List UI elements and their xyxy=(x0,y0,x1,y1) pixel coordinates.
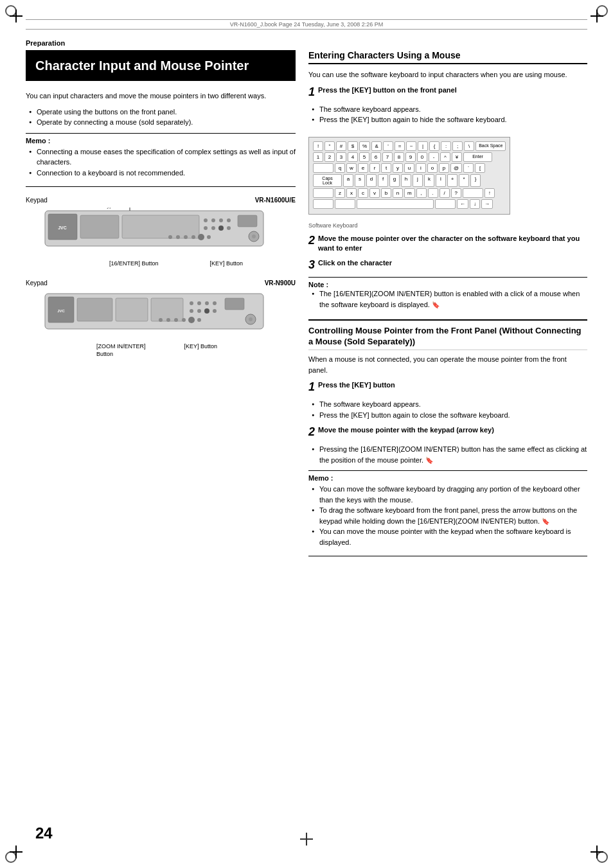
kbd-key-grave[interactable]: ` xyxy=(463,163,474,173)
svg-point-33 xyxy=(213,301,217,305)
device2-diagram: Keypad VR-N900U JVC xyxy=(26,279,296,358)
kbd-key-b[interactable]: b xyxy=(381,188,391,198)
intro-text: You can input characters and move the mo… xyxy=(26,91,296,102)
kbd-key-amp[interactable]: & xyxy=(371,141,382,151)
kbd-key-pipe[interactable]: | xyxy=(418,141,428,151)
kbd-key-u[interactable]: u xyxy=(404,163,414,173)
svg-point-42 xyxy=(166,318,170,322)
kbd-key-dollar[interactable]: $ xyxy=(348,141,358,151)
kbd-key-1[interactable]: 1 xyxy=(313,152,323,162)
kbd-key-colon[interactable]: : xyxy=(441,141,451,151)
kbd-key-semi[interactable]: ; xyxy=(452,141,463,151)
kbd-key-right[interactable]: → xyxy=(481,199,493,209)
kbd-key-7[interactable]: 7 xyxy=(382,152,393,162)
kbd-key-9[interactable]: 9 xyxy=(405,152,416,162)
kbd-key-6[interactable]: 6 xyxy=(371,152,381,162)
svg-point-18 xyxy=(184,235,188,239)
kbd-key-caret[interactable]: ^ xyxy=(440,152,450,162)
kbd-key-excl[interactable]: ! xyxy=(313,141,323,151)
svg-point-19 xyxy=(191,235,195,239)
svg-point-20 xyxy=(198,234,204,240)
kbd-key-tab[interactable] xyxy=(313,163,333,173)
kbd-key-v[interactable]: v xyxy=(369,188,380,198)
kbd-key-plus[interactable]: + xyxy=(447,174,458,187)
kbd-key-qmark[interactable]: ? xyxy=(451,188,461,198)
kbd-key-period[interactable]: . xyxy=(428,188,438,198)
kbd-key-enter[interactable]: Enter xyxy=(463,152,492,162)
kbd-key-l[interactable]: l xyxy=(436,174,446,187)
kbd-key-r[interactable]: r xyxy=(369,163,380,173)
kbd-key-yen[interactable]: ¥ xyxy=(452,152,462,162)
page-number: 24 xyxy=(35,824,53,842)
kbd-row-3: q w e r t y u i o p @ ` [ xyxy=(313,163,506,173)
kbd-key-up[interactable]: ↑ xyxy=(484,188,495,198)
kbd-key-w[interactable]: w xyxy=(346,163,357,173)
kbd-key-j[interactable]: j xyxy=(413,174,423,187)
section2-memo-bullets: You can move the software keyboard by dr… xyxy=(308,484,587,547)
kbd-key-t[interactable]: t xyxy=(381,163,391,173)
kbd-key-e[interactable]: e xyxy=(358,163,368,173)
keyboard-section: ! " # $ % & ' = ~ | { : ; \ Back xyxy=(308,130,587,229)
kbd-key-comma[interactable]: , xyxy=(416,188,427,198)
kbd-key-s[interactable]: s xyxy=(355,174,365,187)
kbd-key-slash[interactable]: / xyxy=(440,188,450,198)
kbd-key-alt2[interactable] xyxy=(435,199,456,209)
kbd-key-bslash[interactable]: \ xyxy=(464,141,474,151)
kbd-key-percent[interactable]: % xyxy=(359,141,370,151)
kbd-key-8[interactable]: 8 xyxy=(394,152,404,162)
kbd-key-quote[interactable]: " xyxy=(324,141,335,151)
kbd-key-o[interactable]: o xyxy=(427,163,438,173)
kbd-key-c[interactable]: c xyxy=(358,188,368,198)
kbd-key-0[interactable]: 0 xyxy=(417,152,427,162)
kbd-row-6: ← ↓ → xyxy=(313,199,506,209)
svg-rect-3 xyxy=(80,215,119,238)
kbd-key-z[interactable]: z xyxy=(335,188,345,198)
left-memo-bullet-1: Connecting a mouse eases the specificati… xyxy=(29,146,296,168)
kbd-key-backspace[interactable]: Back Space xyxy=(475,141,506,151)
kbd-key-f[interactable]: f xyxy=(378,174,388,187)
kbd-key-3[interactable]: 3 xyxy=(336,152,346,162)
kbd-key-g[interactable]: g xyxy=(389,174,400,187)
kbd-key-q[interactable]: q xyxy=(335,163,345,173)
kbd-key-apos[interactable]: ' xyxy=(383,141,393,151)
kbd-key-star[interactable]: * xyxy=(459,174,469,187)
kbd-key-i[interactable]: i xyxy=(416,163,426,173)
kbd-key-caps[interactable]: CapsLock xyxy=(313,174,342,187)
kbd-key-lbrace[interactable]: [ xyxy=(475,163,485,173)
kbd-key-ctrl[interactable] xyxy=(313,199,333,209)
kbd-key-n[interactable]: n xyxy=(393,188,403,198)
kbd-key-a[interactable]: a xyxy=(343,174,353,187)
kbd-key-alt[interactable] xyxy=(335,199,355,209)
kbd-key-left[interactable]: ← xyxy=(457,199,468,209)
section1-step2: 2 Move the mouse pointer over the charac… xyxy=(308,234,587,254)
kbd-key-hash[interactable]: # xyxy=(336,141,346,151)
kbd-key-down[interactable]: ↓ xyxy=(470,199,480,209)
kbd-key-rshift[interactable] xyxy=(463,188,483,198)
svg-point-45 xyxy=(188,317,195,323)
kbd-key-k[interactable]: k xyxy=(424,174,434,187)
section2-title: Controlling Mouse Pointer from the Front… xyxy=(308,326,587,350)
kbd-key-h[interactable]: h xyxy=(401,174,411,187)
kbd-key-at[interactable]: @ xyxy=(450,163,462,173)
kbd-key-lcurl[interactable]: { xyxy=(429,141,440,151)
section-divider xyxy=(308,319,587,321)
kbd-key-m[interactable]: m xyxy=(404,188,415,198)
kbd-key-p[interactable]: p xyxy=(439,163,449,173)
kbd-key-minus[interactable]: - xyxy=(429,152,439,162)
svg-point-21 xyxy=(207,235,211,239)
svg-point-32 xyxy=(205,301,209,305)
kbd-key-5[interactable]: 5 xyxy=(359,152,369,162)
kbd-key-tilde[interactable]: ~ xyxy=(406,141,416,151)
file-info-bar: VR-N1600_J.book Page 24 Tuesday, June 3,… xyxy=(26,19,587,30)
kbd-row-1: ! " # $ % & ' = ~ | { : ; \ Back xyxy=(313,141,506,151)
kbd-key-rbrace[interactable]: } xyxy=(470,174,481,187)
kbd-key-d[interactable]: d xyxy=(366,174,377,187)
kbd-key-shift[interactable] xyxy=(313,188,333,198)
kbd-key-x[interactable]: x xyxy=(346,188,357,198)
kbd-key-2[interactable]: 2 xyxy=(324,152,335,162)
kbd-key-eq[interactable]: = xyxy=(395,141,405,151)
kbd-key-4[interactable]: 4 xyxy=(348,152,358,162)
kbd-key-space[interactable] xyxy=(357,199,434,209)
device2-btn1-label: [ZOOM IN/ENTER]Button xyxy=(96,343,146,358)
kbd-key-y[interactable]: y xyxy=(393,163,403,173)
